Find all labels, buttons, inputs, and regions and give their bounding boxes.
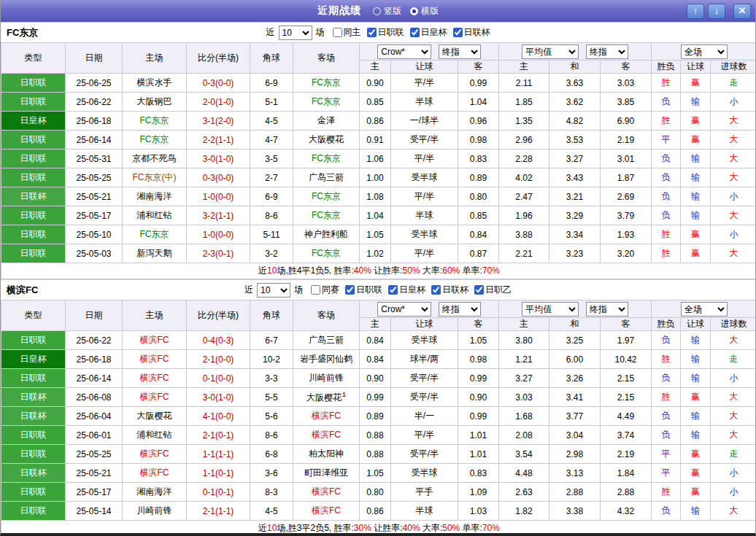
away-team-link[interactable]: FC东京 [293, 187, 360, 206]
home-team-link[interactable]: 横滨FC [123, 350, 187, 369]
filter-checkbox-2[interactable]: 日皇杯 [410, 26, 447, 39]
home-team-link[interactable]: 横滨FC [123, 331, 187, 350]
away-team-link[interactable]: FC东京 [293, 74, 360, 93]
home-team-link[interactable]: 浦和红钻 [123, 426, 187, 445]
filter-checkbox-0[interactable]: 同主 [333, 26, 361, 39]
scope-select[interactable]: 全场 [681, 44, 728, 59]
checkbox-input[interactable] [431, 285, 441, 295]
checkbox-input[interactable] [345, 285, 355, 295]
recent-count-select[interactable]: 10 [279, 26, 312, 40]
filter-checkbox-1[interactable]: 日职联 [345, 284, 382, 296]
move-up-button[interactable]: ↑ [687, 4, 704, 19]
results-table: 类型 日期 主场 比分(半场) 角球 客场 Crow* 终指 平均值 终指 [1, 300, 756, 536]
move-down-button[interactable]: ↓ [708, 4, 725, 19]
away-team-link[interactable]: 大阪樱花 [293, 131, 360, 149]
filter-checkbox-2[interactable]: 日皇杯 [388, 284, 425, 296]
away-team-link[interactable]: 横滨FC [293, 502, 360, 521]
checkbox-input[interactable] [333, 28, 342, 37]
close-button[interactable]: ✕ [733, 4, 751, 19]
away-team-link[interactable]: 金泽 [293, 112, 360, 131]
checkbox-input[interactable] [474, 285, 484, 295]
home-team-link[interactable]: FC东京 [123, 112, 187, 131]
away-team-link[interactable]: 广岛三箭 [293, 168, 360, 187]
away-team-link[interactable]: FC东京 [293, 149, 360, 168]
league-type-badge: 日职联 [1, 168, 66, 187]
league-type-badge: 日职联 [1, 149, 66, 168]
away-team-link[interactable]: 岩手盛冈仙鹤 [293, 350, 360, 369]
avg-draw: 6.00 [549, 350, 601, 369]
filter-checkbox-3[interactable]: 日联杯 [453, 26, 490, 39]
checkbox-input[interactable] [367, 28, 377, 37]
away-team-link[interactable]: FC东京 [293, 244, 360, 263]
home-team-link[interactable]: 京都不死鸟 [123, 149, 187, 168]
away-team-link[interactable]: 横滨FC [293, 426, 360, 445]
home-team-link[interactable]: 横滨FC [123, 369, 187, 388]
away-team-link[interactable]: 川崎前锋 [293, 369, 360, 388]
away-team-link[interactable]: FC东京 [293, 206, 360, 225]
summary-segment: 近 [258, 265, 267, 276]
away-team-link[interactable]: 大阪樱花1 [293, 388, 360, 407]
average-select[interactable]: 平均值 [522, 302, 579, 316]
filter-checkbox-3[interactable]: 日联杯 [431, 284, 468, 296]
recent-count-select[interactable]: 10 [257, 283, 290, 298]
checkbox-label: 同赛 [322, 284, 339, 296]
home-team-link[interactable]: 大阪钢巴 [123, 93, 187, 112]
result-goals: 小 [711, 464, 756, 483]
away-team-link[interactable]: 广岛三箭 [293, 331, 360, 350]
home-team-link[interactable]: 川崎前锋 [123, 502, 187, 521]
home-team-link[interactable]: 横滨水手 [123, 74, 187, 93]
layout-radio-option-0[interactable]: 竖版 [373, 5, 401, 18]
scope-select[interactable]: 全场 [681, 302, 728, 316]
col-avg-away: 客 [601, 61, 652, 74]
home-team-link[interactable]: FC东京 [123, 131, 187, 149]
match-row: 日职联25-05-25FC东京(中)0-3(0-0)2-7广岛三箭1.00受半球… [1, 168, 756, 187]
odds-home: 1.06 [360, 149, 391, 168]
home-team-link[interactable]: FC东京 [123, 225, 187, 244]
odds-stage-select[interactable]: 终指 [439, 302, 481, 316]
match-date: 25-05-21 [66, 464, 123, 483]
avg-away: 3.79 [601, 206, 652, 225]
odds-away: 0.87 [458, 244, 499, 263]
away-team-link[interactable]: FC东京 [293, 93, 360, 112]
home-team-link[interactable]: 横滨FC [123, 464, 187, 483]
col-odds-home: 主 [360, 318, 391, 331]
odds-stage-select[interactable]: 终指 [439, 44, 481, 59]
checkbox-input[interactable] [410, 28, 420, 37]
average-stage-select[interactable]: 终指 [586, 302, 628, 316]
checkbox-input[interactable] [388, 285, 398, 295]
odds-handicap: 受半球 [391, 331, 458, 350]
away-team-link[interactable]: 神户胜利船 [293, 225, 360, 244]
filter-checkbox-4[interactable]: 日职乙 [474, 284, 512, 296]
checkbox-input[interactable] [311, 285, 320, 295]
avg-home: 1.96 [499, 206, 549, 225]
average-stage-select[interactable]: 终指 [586, 44, 628, 59]
odds-company-select[interactable]: Crow* [377, 44, 431, 59]
home-team-link[interactable]: 新泻天鹅 [123, 244, 187, 263]
odds-handicap: 受半球 [391, 464, 458, 483]
match-date: 25-05-25 [66, 168, 123, 187]
checkbox-input[interactable] [453, 28, 463, 37]
away-team-link[interactable]: 横滨FC [293, 483, 360, 502]
away-team-link[interactable]: 柏太阳神 [293, 445, 360, 464]
filter-checkbox-1[interactable]: 日职联 [367, 26, 404, 39]
away-team-link[interactable]: 横滨FC [293, 407, 360, 426]
layout-radio-option-1[interactable]: 横版 [410, 5, 439, 18]
filter-checkbox-0[interactable]: 同赛 [311, 284, 339, 296]
odds-company-select[interactable]: Crow* [377, 302, 431, 316]
away-team-link[interactable]: 町田泽维亚 [293, 464, 360, 483]
scope-group-header: 全场 [652, 300, 756, 318]
odds-away: 0.80 [458, 187, 499, 206]
home-team-link[interactable]: 大阪樱花 [123, 407, 187, 426]
home-team-link[interactable]: 横滨FC [123, 445, 187, 464]
home-team-link[interactable]: 横滨FC [123, 388, 187, 407]
titlebar: 近期战绩 竖版横版 ↑ ↓ ✕ [1, 0, 755, 22]
home-team-link[interactable]: 浦和红钻 [123, 206, 187, 225]
home-team-link[interactable]: 湘南海洋 [123, 483, 187, 502]
avg-home: 2.63 [499, 483, 549, 502]
average-select[interactable]: 平均值 [522, 44, 579, 59]
avg-draw: 3.53 [549, 131, 601, 149]
home-team-link[interactable]: 湘南海洋 [123, 187, 187, 206]
match-date: 25-05-21 [66, 187, 123, 206]
avg-draw: 3.13 [549, 464, 601, 483]
home-team-link[interactable]: FC东京(中) [123, 168, 187, 187]
